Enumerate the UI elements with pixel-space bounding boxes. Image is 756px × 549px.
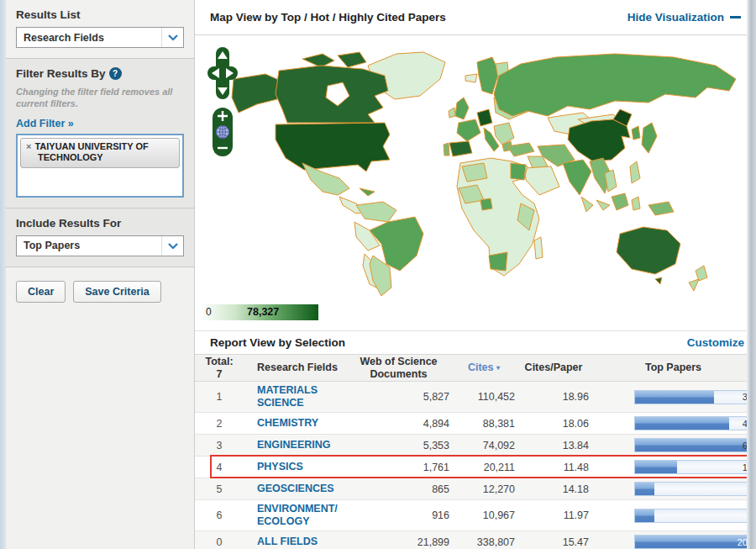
results-list-heading: Results List	[16, 8, 184, 21]
col-wos-documents: Web of Science Documents	[346, 356, 451, 380]
results-list-dropdown[interactable]: Research Fields	[16, 27, 184, 48]
minus-icon	[730, 16, 741, 18]
bar-fill	[635, 509, 654, 522]
bar-fill	[635, 461, 677, 473]
research-field-link[interactable]: ENGINEERING	[244, 436, 346, 454]
country-usa[interactable]	[276, 123, 390, 172]
filter-heading: Filter Results By?	[16, 67, 184, 80]
table-row: 1 MATERIALS SCIENCE 5,827 110,452 18.96 …	[195, 382, 756, 413]
research-field-link[interactable]: PHYSICS	[244, 458, 346, 476]
research-field-link[interactable]: ALL FIELDS	[244, 533, 346, 549]
sidebar: Results List Research Fields Filter Resu…	[6, 0, 195, 549]
table-row: 2 CHEMISTRY 4,894 88,381 18.06 48	[195, 413, 756, 435]
country-malaysia[interactable]	[596, 200, 610, 210]
country-portugal[interactable]	[444, 143, 449, 156]
wos-documents-value: 1,761	[346, 462, 451, 473]
hide-visualization-link[interactable]: Hide Visualization	[627, 11, 741, 24]
country-philippines[interactable]	[630, 161, 640, 183]
filter-box[interactable]: ×TAIYUAN UNIVERSITY OF TECHNOLOGY	[16, 134, 184, 198]
country-egypt[interactable]	[511, 163, 526, 180]
top-papers-bar: 48	[634, 416, 756, 430]
research-field-link[interactable]: CHEMISTRY	[244, 414, 346, 432]
clear-button[interactable]: Clear	[16, 281, 66, 303]
vertical-scrollbar[interactable]	[747, 0, 756, 549]
include-results-value: Top Papers	[17, 240, 161, 251]
sulawesi[interactable]	[632, 197, 640, 210]
bar-fill	[635, 439, 755, 451]
pan-control[interactable]	[207, 47, 238, 99]
country-france[interactable]	[457, 119, 480, 141]
table-header: Total: 7 Research Fields Web of Science …	[195, 354, 756, 382]
country-madagascar[interactable]	[534, 237, 543, 259]
country-nigeria[interactable]	[480, 198, 492, 210]
choropleth-map[interactable]	[195, 39, 747, 296]
country-spain[interactable]	[449, 141, 472, 156]
chevron-down-icon	[161, 236, 183, 256]
cites-per-paper-value: 14.18	[517, 483, 591, 495]
customize-link[interactable]: Customize	[687, 336, 744, 349]
country-arctic-1[interactable]	[302, 54, 334, 67]
country-australia[interactable]	[617, 227, 680, 274]
save-criteria-button[interactable]: Save Criteria	[73, 281, 160, 303]
country-saudi-arabia[interactable]	[524, 166, 559, 195]
country-china[interactable]	[568, 119, 630, 161]
new-zealand-south[interactable]	[689, 279, 699, 291]
main-panel: Map View by Top / Hot / Highly Cited Pap…	[195, 0, 756, 549]
chevron-down-icon	[161, 28, 183, 47]
country-india[interactable]	[563, 160, 591, 195]
top-papers-cell: 19	[591, 457, 756, 478]
new-guinea[interactable]	[648, 202, 674, 215]
zoom-control[interactable]	[213, 108, 233, 156]
top-papers-cell: 9	[591, 478, 756, 499]
country-iceland[interactable]	[465, 74, 477, 82]
country-south-africa[interactable]	[489, 252, 507, 271]
cites-per-paper-value: 15.47	[517, 536, 591, 548]
esi-window: Results List Research Fields Filter Resu…	[0, 0, 756, 549]
cites-value: 20,211	[451, 462, 517, 473]
include-results-section: Include Results For Top Papers	[6, 209, 194, 267]
filter-chip[interactable]: ×TAIYUAN UNIVERSITY OF TECHNOLOGY	[20, 138, 180, 169]
borneo[interactable]	[612, 193, 628, 210]
top-papers-bar: 39	[634, 390, 756, 404]
bar-fill	[635, 417, 729, 430]
cites-per-paper-value: 13.84	[517, 440, 591, 451]
country-cuba[interactable]	[360, 188, 375, 196]
top-papers-cell: 63	[591, 435, 756, 456]
sumatra[interactable]	[581, 197, 593, 212]
help-icon[interactable]: ?	[109, 67, 122, 80]
bar-fill	[635, 483, 654, 495]
world-map[interactable]	[195, 35, 756, 298]
country-germany[interactable]	[477, 109, 492, 126]
country-colombia-venezuela[interactable]	[356, 202, 396, 222]
top-papers-bar: 9	[634, 482, 756, 496]
left-scroll-strip[interactable]	[0, 0, 6, 549]
cites-per-paper-value: 18.96	[517, 391, 591, 403]
research-field-link[interactable]: ENVIRONMENT/ECOLOGY	[244, 500, 346, 531]
tasmania[interactable]	[655, 277, 662, 284]
cites-value: 74,092	[451, 440, 517, 451]
include-results-dropdown[interactable]: Top Papers	[16, 235, 184, 256]
wos-documents-value: 865	[346, 483, 451, 495]
country-uk[interactable]	[455, 98, 469, 119]
table-row: 3 ENGINEERING 5,353 74,092 13.84 63	[195, 435, 756, 457]
country-russia[interactable]	[494, 54, 736, 116]
row-rank: 5	[195, 483, 244, 495]
country-ireland[interactable]	[449, 108, 455, 118]
new-zealand-north[interactable]	[696, 266, 707, 281]
include-results-heading: Include Results For	[16, 217, 184, 230]
row-rank: 3	[195, 440, 244, 451]
col-cites-sort[interactable]: Cites ▾	[451, 362, 517, 373]
remove-filter-icon[interactable]: ×	[26, 141, 31, 151]
country-korea[interactable]	[632, 126, 640, 140]
country-algeria[interactable]	[462, 163, 487, 182]
add-filter-link[interactable]: Add Filter »	[16, 118, 74, 129]
research-field-link[interactable]: GEOSCIENCES	[244, 480, 346, 498]
research-field-link[interactable]: MATERIALS SCIENCE	[244, 382, 346, 412]
country-arctic-2[interactable]	[338, 52, 366, 67]
country-japan[interactable]	[642, 123, 657, 153]
country-alaska[interactable]	[232, 74, 281, 113]
cites-per-paper-value: 11.48	[517, 462, 591, 473]
wos-documents-value: 4,894	[346, 418, 451, 430]
cites-per-paper-value: 11.97	[517, 509, 591, 521]
cites-value: 338,807	[451, 536, 517, 548]
